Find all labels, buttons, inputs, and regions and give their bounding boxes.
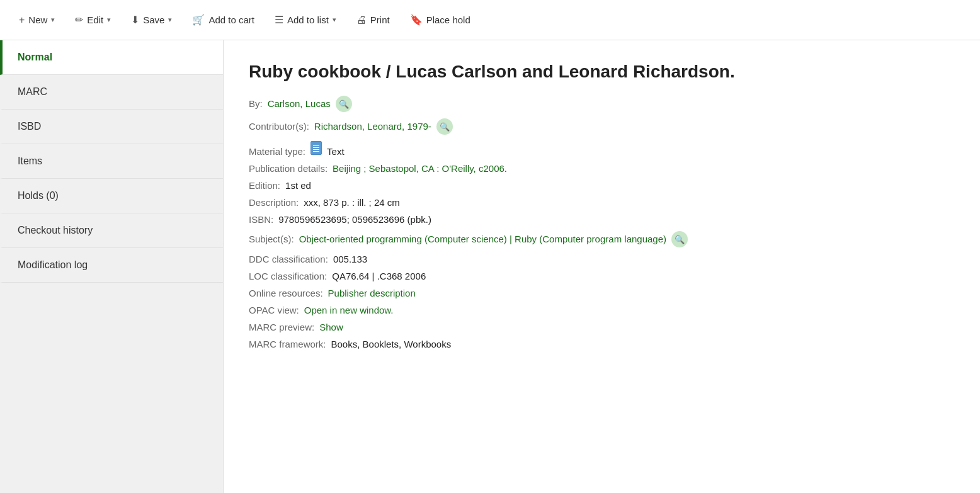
subjects-row: Subject(s): Object-oriented programming … bbox=[249, 231, 955, 247]
edit-caret-icon: ▾ bbox=[107, 16, 111, 24]
ddc-label: DDC classification: bbox=[249, 254, 328, 264]
loc-row: LOC classification: QA76.64 | .C368 2006 bbox=[249, 271, 955, 281]
publication-label: Publication details: bbox=[249, 163, 328, 174]
subjects-value[interactable]: Object-oriented programming (Computer sc… bbox=[299, 234, 666, 244]
author-link[interactable]: Carlson, Lucas bbox=[268, 98, 331, 109]
edit-label: Edit bbox=[87, 14, 103, 25]
save-label: Save bbox=[143, 14, 164, 25]
sidebar-item-marc[interactable]: MARC bbox=[0, 75, 223, 110]
toolbar: + New ▾ ✏ Edit ▾ ⬇ Save ▾ 🛒 Add to cart … bbox=[0, 0, 980, 40]
opac-link[interactable]: Open in new window. bbox=[304, 305, 394, 315]
save-icon: ⬇ bbox=[131, 14, 139, 26]
add-to-list-button[interactable]: ☰ Add to list ▾ bbox=[266, 9, 345, 31]
by-label: By: bbox=[249, 98, 263, 109]
content-area: Ruby cookbook / Lucas Carlson and Leonar… bbox=[224, 40, 980, 493]
sidebar: Normal MARC ISBD Items Holds (0) Checkou… bbox=[0, 40, 224, 493]
ddc-value: 005.133 bbox=[333, 254, 367, 264]
material-type-label: Material type: bbox=[249, 146, 305, 157]
online-resources-label: Online resources: bbox=[249, 288, 323, 298]
loc-label: LOC classification: bbox=[249, 271, 327, 281]
cart-icon: 🛒 bbox=[192, 14, 205, 26]
marc-preview-label: MARC preview: bbox=[249, 322, 314, 332]
description-value: xxx, 873 p. : ill. ; 24 cm bbox=[304, 197, 400, 208]
edition-label: Edition: bbox=[249, 180, 280, 191]
online-resources-row: Online resources: Publisher description bbox=[249, 288, 955, 298]
description-label: Description: bbox=[249, 197, 299, 208]
sidebar-item-checkout-history[interactable]: Checkout history bbox=[0, 213, 223, 248]
publication-value[interactable]: Beijing ; Sebastopol, CA : O'Reilly, c20… bbox=[333, 163, 507, 174]
marc-preview-row: MARC preview: Show bbox=[249, 322, 955, 332]
isbn-label: ISBN: bbox=[249, 214, 273, 225]
plus-icon: + bbox=[19, 14, 25, 26]
material-type-row: Material type: Text bbox=[249, 141, 955, 157]
bookmark-icon: 🔖 bbox=[410, 14, 423, 26]
marc-framework-row: MARC framework: Books, Booklets, Workboo… bbox=[249, 339, 955, 349]
opac-row: OPAC view: Open in new window. bbox=[249, 305, 955, 315]
save-caret-icon: ▾ bbox=[168, 16, 172, 24]
online-resources-link[interactable]: Publisher description bbox=[328, 288, 416, 298]
marc-framework-label: MARC framework: bbox=[249, 339, 326, 349]
place-hold-button[interactable]: 🔖 Place hold bbox=[401, 9, 479, 31]
print-label: Print bbox=[370, 14, 390, 25]
print-icon: 🖨 bbox=[356, 14, 367, 26]
loc-value: QA76.64 | .C368 2006 bbox=[332, 271, 426, 281]
by-row: By: Carlson, Lucas 🔍 bbox=[249, 96, 955, 112]
print-button[interactable]: 🖨 Print bbox=[348, 9, 399, 31]
ddc-row: DDC classification: 005.133 bbox=[249, 254, 955, 264]
edit-button[interactable]: ✏ Edit ▾ bbox=[66, 9, 120, 31]
add-to-cart-button[interactable]: 🛒 Add to cart bbox=[183, 9, 263, 31]
marc-framework-value: Books, Booklets, Workbooks bbox=[331, 339, 452, 349]
contributors-row: Contributor(s): Richardson, Leonard, 197… bbox=[249, 118, 955, 135]
new-label: New bbox=[28, 14, 47, 25]
sidebar-item-items[interactable]: Items bbox=[0, 144, 223, 179]
material-type-value: Text bbox=[327, 146, 345, 157]
opac-label: OPAC view: bbox=[249, 305, 299, 315]
marc-preview-link[interactable]: Show bbox=[319, 322, 343, 332]
sidebar-item-normal[interactable]: Normal bbox=[0, 40, 223, 75]
list-icon: ☰ bbox=[275, 14, 283, 26]
subjects-label: Subject(s): bbox=[249, 234, 294, 244]
add-to-cart-label: Add to cart bbox=[208, 14, 254, 25]
add-to-list-label: Add to list bbox=[287, 14, 329, 25]
isbn-row: ISBN: 9780596523695; 0596523696 (pbk.) bbox=[249, 214, 955, 225]
save-button[interactable]: ⬇ Save ▾ bbox=[122, 9, 181, 31]
edition-row: Edition: 1st ed bbox=[249, 180, 955, 191]
new-caret-icon: ▾ bbox=[51, 16, 55, 24]
isbn-value: 9780596523695; 0596523696 (pbk.) bbox=[278, 214, 431, 225]
list-caret-icon: ▾ bbox=[333, 16, 336, 24]
sidebar-item-isbd[interactable]: ISBD bbox=[0, 110, 223, 144]
place-hold-label: Place hold bbox=[426, 14, 470, 25]
sidebar-item-modification-log[interactable]: Modification log bbox=[0, 248, 223, 283]
main-layout: Normal MARC ISBD Items Holds (0) Checkou… bbox=[0, 40, 980, 493]
edit-icon: ✏ bbox=[75, 14, 83, 26]
description-row: Description: xxx, 873 p. : ill. ; 24 cm bbox=[249, 197, 955, 208]
sidebar-item-holds[interactable]: Holds (0) bbox=[0, 179, 223, 213]
edition-value: 1st ed bbox=[285, 180, 311, 191]
contributor-link[interactable]: Richardson, Leonard, 1979- bbox=[314, 121, 431, 132]
subjects-search-icon[interactable]: 🔍 bbox=[671, 231, 688, 247]
author-search-icon[interactable]: 🔍 bbox=[336, 96, 352, 112]
contributors-label: Contributor(s): bbox=[249, 121, 309, 132]
contributor-search-icon[interactable]: 🔍 bbox=[436, 118, 453, 135]
publication-row: Publication details: Beijing ; Sebastopo… bbox=[249, 163, 955, 174]
material-type-icon bbox=[311, 141, 322, 155]
new-button[interactable]: + New ▾ bbox=[10, 9, 64, 31]
book-title: Ruby cookbook / Lucas Carlson and Leonar… bbox=[249, 60, 955, 83]
